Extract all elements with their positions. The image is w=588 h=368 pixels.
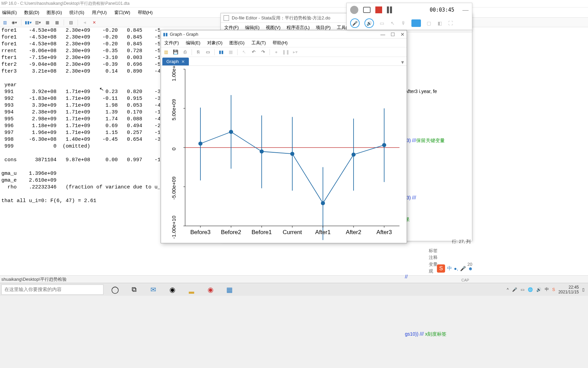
camera-icon[interactable] <box>363 7 371 13</box>
tab-close-icon[interactable]: ✕ <box>181 59 185 64</box>
ime-face-icon[interactable]: ☻ <box>468 266 473 271</box>
windows-taskbar[interactable]: 在这里输入你要搜索的内容 ◯ ⧉ ✉ ◉ ▂ ◉ ▦ ^ 🎤 ▭ 🌐 🔊 中 S… <box>0 283 588 296</box>
ime-lang[interactable]: 中 <box>447 265 452 272</box>
back-icon[interactable]: ◄ <box>82 20 87 25</box>
dofile-menu-lang[interactable]: 程序语言(L) <box>287 25 310 31</box>
tray-chevron-up-icon[interactable]: ^ <box>507 287 509 292</box>
tray-network-icon[interactable]: 🌐 <box>528 287 533 292</box>
redo-icon[interactable]: ↷ <box>260 49 266 55</box>
tray-mic-icon[interactable]: 🎤 <box>512 287 517 292</box>
var-manager-icon[interactable]: ▤ <box>68 20 74 25</box>
mic-toggle-icon[interactable]: 🎤 <box>350 18 360 28</box>
ime-logo-icon: S <box>437 264 445 273</box>
maximize-button[interactable]: ☐ <box>391 32 395 37</box>
separator <box>237 49 238 55</box>
recorder-app-icon[interactable]: ◉ <box>206 285 215 294</box>
separator <box>64 19 64 26</box>
menu-user[interactable]: 用户(U) <box>92 10 107 16</box>
print-icon[interactable]: ⎙ <box>182 49 188 55</box>
system-tray[interactable]: ^ 🎤 ▭ 🌐 🔊 中 S 22:45 2021/11/15 ▯ <box>507 285 585 294</box>
graph-tab[interactable]: Graph ✕ <box>162 58 189 65</box>
mail-icon[interactable]: ✉ <box>148 285 158 294</box>
graph-menu-edit[interactable]: 编辑(E) <box>186 40 200 46</box>
pointer-icon[interactable]: ↖ <box>241 49 247 55</box>
graph-menu-tools[interactable]: 工具(T) <box>251 40 266 46</box>
svg-point-26 <box>382 143 386 147</box>
menu-window[interactable]: 窗口(W) <box>114 10 130 16</box>
record-icon[interactable]: ● <box>273 49 279 55</box>
ime-mic-icon[interactable]: 🎤 <box>460 266 466 271</box>
stata-app-icon[interactable]: ▦ <box>225 285 234 294</box>
ime-punct-icon[interactable]: ●, <box>454 266 458 271</box>
timeline-icon[interactable]: ⧉ <box>129 285 139 294</box>
data-browser-icon[interactable]: ▦ <box>54 20 60 25</box>
rename-icon[interactable]: ▭ <box>205 49 211 55</box>
tray-sogou-icon[interactable]: S <box>552 287 555 292</box>
svg-text:After1: After1 <box>315 229 330 235</box>
screen-recorder-widget[interactable]: 00:03:45 — 🎤 🔊 ▭ ↖ 🎙 ▢ ◧ ⛶ <box>346 3 472 30</box>
graph-menubar[interactable]: 文件(F) 编辑(E) 对象(O) 图形(G) 工具(T) 帮助(H) <box>161 39 407 47</box>
save-icon[interactable]: 💾 <box>173 49 179 55</box>
dofile-icon[interactable]: ▥▾ <box>35 20 40 25</box>
explorer-icon[interactable]: ▂ <box>186 285 196 294</box>
graph-title-bar[interactable]: ▮▮ Graph - Graph — ☐ ✕ <box>161 30 407 39</box>
stata-title-bar: MP 16.0 - C:\Users\haoshuaikang\Desktop\… <box>0 0 588 7</box>
close-icon[interactable]: ✕ <box>92 20 97 25</box>
tray-clock[interactable]: 22:45 2021/11/15 <box>558 285 579 294</box>
grid-icon[interactable]: ▦ <box>228 49 234 55</box>
pause-button[interactable] <box>387 6 392 13</box>
graph-menu-file[interactable]: 文件(F) <box>164 40 179 46</box>
menu-statistics[interactable]: 统计(S) <box>69 10 84 16</box>
minimize-button[interactable]: — <box>380 32 385 37</box>
tray-battery-icon[interactable]: ▭ <box>521 287 524 292</box>
dofile-menu-file[interactable]: 文件(F) <box>224 25 239 31</box>
data-editor-icon[interactable]: ▦ <box>45 20 50 25</box>
screen-icon[interactable]: ▢ <box>426 20 432 26</box>
cursor-icon[interactable]: ↖ <box>390 20 396 26</box>
open-icon[interactable]: ▥ <box>2 20 7 25</box>
taskbar-search-input[interactable]: 在这里输入你要搜索的内容 <box>1 285 103 295</box>
dofile-menu-edit[interactable]: 编辑(E) <box>245 25 260 31</box>
graph-menu-graph[interactable]: 图形(G) <box>229 40 245 46</box>
dofile-menu-view[interactable]: 视图(V) <box>266 25 280 31</box>
mic2-icon[interactable]: 🎙 <box>401 20 407 26</box>
tab-dropdown-icon[interactable]: ▾ <box>401 59 404 65</box>
recorder-time: 00:03:45 <box>430 7 454 13</box>
ime-indicator[interactable]: S 中 ●, 🎤 ☻ <box>437 264 473 273</box>
recorder-minimize-icon[interactable]: — <box>462 6 469 14</box>
stop-button[interactable] <box>375 6 382 13</box>
recorder-toggle-icon[interactable] <box>350 6 358 14</box>
tray-volume-icon[interactable]: 🔊 <box>536 287 541 292</box>
document-icon <box>224 15 229 21</box>
svg-text:Before2: Before2 <box>221 229 241 235</box>
chrome-icon[interactable]: ◉ <box>167 285 177 294</box>
menu-edit[interactable]: 编辑(E) <box>2 10 17 16</box>
menu-data[interactable]: 数据(D) <box>24 10 39 16</box>
fullscreen-icon[interactable]: ⛶ <box>447 20 454 26</box>
open-folder-icon[interactable]: ▥ <box>163 49 169 55</box>
undo-icon[interactable]: ↶ <box>250 49 257 55</box>
pause-icon[interactable]: ❚❚ <box>283 49 289 55</box>
window-icon[interactable]: ◧ <box>437 20 443 26</box>
tray-notification-icon[interactable]: ▯ <box>582 287 585 292</box>
task-view-icon[interactable]: ◯ <box>110 285 120 294</box>
graph-toolbar[interactable]: ▥ 💾 ⎙ ⎘ ▭ ▮▮ ▦ ↖ ↶ ↷ ● ❚❚ ▸▾ <box>161 47 407 57</box>
play-icon[interactable]: ▸▾ <box>292 49 298 55</box>
svg-text:Current: Current <box>283 229 302 235</box>
dofile-menu-project[interactable]: 项目(P) <box>316 25 330 31</box>
region-select-icon[interactable] <box>411 19 421 27</box>
graph-menu-object[interactable]: 对象(O) <box>207 40 223 46</box>
graph-window[interactable]: ▮▮ Graph - Graph — ☐ ✕ 文件(F) 编辑(E) 对象(O)… <box>161 30 407 243</box>
speaker-toggle-icon[interactable]: 🔊 <box>364 18 374 28</box>
webcam-icon[interactable]: ▭ <box>379 20 385 26</box>
grapheditor-icon[interactable]: ▮▮ <box>218 49 224 55</box>
tray-ime-icon[interactable]: 中 <box>545 287 549 292</box>
caps-indicator: CAP <box>461 278 469 282</box>
view-icon[interactable]: ◉▾ <box>12 20 17 25</box>
graph-icon[interactable]: ▮▮▾ <box>26 20 31 25</box>
menu-help[interactable]: 帮助(H) <box>138 10 153 16</box>
graph-menu-help[interactable]: 帮助(H) <box>273 40 288 46</box>
menu-graphics[interactable]: 图形(G) <box>47 10 62 16</box>
close-button[interactable]: ✕ <box>401 32 405 37</box>
copy-icon[interactable]: ⎘ <box>195 49 201 55</box>
